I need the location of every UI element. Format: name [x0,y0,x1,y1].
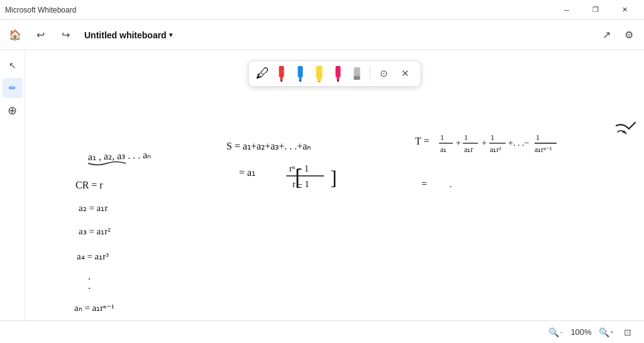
svg-text:.: . [450,180,452,189]
yellow-highlighter-tool[interactable] [312,65,327,82]
zoom-out-icon: 🔍 [548,327,559,337]
select-tool-button[interactable]: ↖ [3,55,23,75]
close-button[interactable]: ✕ [610,0,639,20]
svg-marker-11 [337,80,340,82]
svg-text:1: 1 [440,133,444,142]
select-icon: ↖ [9,60,16,70]
redo-icon: ↪ [62,29,70,41]
svg-text:+. . .−: +. . .− [508,138,529,148]
zoom-in-button[interactable]: 🔍 + [597,324,615,341]
zoom-in-icon: 🔍 [599,327,609,337]
svg-text:aₙ = a₁rⁿ⁻¹: aₙ = a₁rⁿ⁻¹ [74,303,114,313]
svg-text:=: = [421,178,427,189]
floating-toolbar: 🖊 [248,60,421,87]
svg-text:r − 1: r − 1 [292,180,309,189]
settings-button[interactable]: ⚙ [619,25,639,45]
svg-text:S = a₁+a₂+a₃+. . .+aₙ: S = a₁+a₂+a₃+. . .+aₙ [226,141,311,151]
svg-text:a₂ = a₁r: a₂ = a₁r [79,203,108,213]
svg-rect-13 [354,76,360,80]
home-icon: 🏠 [9,29,21,41]
zoom-level-display: 100% [569,327,594,337]
close-icon: ✕ [401,68,409,79]
titlebar-controls: ─ ❐ ✕ [552,0,639,20]
svg-text:a₁rⁿ⁻¹: a₁rⁿ⁻¹ [535,145,552,154]
svg-text:a₁ , a₂, a₃ . . .  aₙ: a₁ , a₂, a₃ . . . aₙ [88,150,152,162]
chevron-down-icon: ▾ [169,31,172,38]
add-icon: ⊕ [8,104,17,117]
appbar: 🏠 ↩ ↪ Untitled whiteboard ▾ ↗ ⚙ [0,20,644,50]
svg-marker-8 [318,81,321,82]
eraser-tool[interactable] [350,65,365,82]
svg-text:T =: T = [415,136,430,146]
whiteboard-svg: a₁ , a₂, a₃ . . . aₙ CR = r a₂ = a₁r a₃ … [25,50,644,343]
red-pen-tool[interactable] [274,65,289,82]
blue-pen-tool[interactable] [293,65,308,82]
zoom-out-button[interactable]: 🔍 − [547,324,565,341]
svg-text:=  a₁: = a₁ [239,167,255,178]
pink-pen-tool[interactable] [331,65,346,82]
svg-text:1: 1 [491,133,494,142]
svg-rect-12 [354,67,360,77]
share-button[interactable]: ↗ [596,25,616,45]
restore-button[interactable]: ❐ [581,0,610,20]
bottom-bar: 🔍 − 100% 🔍 + ⊡ [0,320,644,343]
undo-icon: ↩ [36,29,45,41]
svg-rect-1 [280,77,283,80]
svg-text:a₁r: a₁r [464,145,473,154]
svg-text:+: + [482,138,487,148]
svg-rect-4 [299,77,302,80]
svg-text:]: ] [330,166,337,189]
svg-rect-0 [279,66,284,77]
left-toolbar: ↖ ✏ ⊕ [0,50,25,343]
svg-text:1: 1 [536,133,540,142]
redo-button[interactable]: ↪ [55,25,75,45]
svg-rect-7 [318,79,321,81]
main-area: ↖ ✏ ⊕ 🖊 [0,50,644,343]
svg-text:a₁: a₁ [440,145,447,154]
home-button[interactable]: 🏠 [5,25,25,45]
app-name: Microsoft Whiteboard [5,6,76,14]
pen-icon: ✏ [9,83,16,93]
svg-text:a₄ = a₁r³: a₄ = a₁r³ [77,251,109,261]
black-pen-tool[interactable]: 🖊 [255,65,270,82]
svg-rect-6 [316,66,323,79]
svg-text:CR = r: CR = r [75,180,103,190]
svg-text:+: + [456,138,461,148]
toolbar-separator [370,66,370,81]
settings-icon: ⚙ [625,29,633,41]
whiteboard-title-text: Untitled whiteboard [84,30,167,40]
svg-text:1: 1 [464,133,468,142]
svg-rect-9 [336,66,341,77]
titlebar: Microsoft Whiteboard ─ ❐ ✕ [0,0,644,20]
svg-text:a₃ = a₁r²: a₃ = a₁r² [79,226,111,236]
minimize-button[interactable]: ─ [552,0,581,20]
magnify-button[interactable]: ⊙ [375,65,393,82]
titlebar-left: Microsoft Whiteboard [5,6,76,14]
fit-to-screen-button[interactable]: ⊡ [619,324,636,341]
svg-marker-2 [280,80,283,82]
whiteboard-content: a₁ , a₂, a₃ . . . aₙ CR = r a₂ = a₁r a₃ … [25,50,644,343]
add-tool-button[interactable]: ⊕ [3,101,23,121]
whiteboard-title-button[interactable]: Untitled whiteboard ▾ [80,28,176,43]
undo-button[interactable]: ↩ [30,25,50,45]
appbar-right: ↗ ⚙ [596,25,639,45]
svg-rect-3 [298,66,303,77]
svg-text:a₁r²: a₁r² [490,145,501,154]
share-icon: ↗ [602,29,611,41]
toolbar-close-button[interactable]: ✕ [397,65,414,82]
svg-text:·: · [88,283,91,294]
svg-rect-10 [337,77,340,80]
svg-text:rⁿ − 1: rⁿ − 1 [289,164,309,173]
magnify-icon: ⊙ [380,68,388,79]
pen-tool-button[interactable]: ✏ [3,78,23,98]
fit-icon: ⊡ [624,327,631,337]
svg-marker-5 [299,80,302,82]
canvas-area[interactable]: 🖊 [25,50,644,343]
